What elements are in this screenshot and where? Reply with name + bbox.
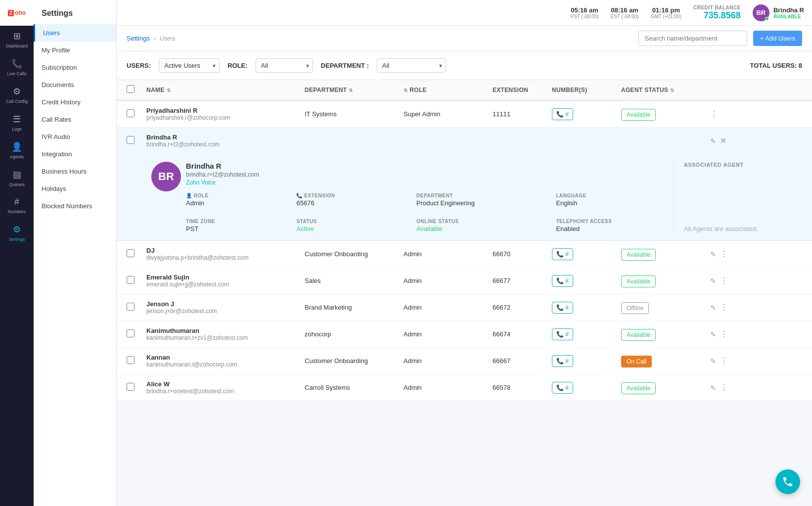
more-options-icon[interactable]: ⋮ bbox=[720, 303, 728, 312]
table-row[interactable]: Jenson J jenson.j+br@zohotest.com Brand … bbox=[117, 294, 812, 321]
nav-item-integration[interactable]: Integration bbox=[34, 145, 116, 163]
expanded-details-grid: 👤 ROLE Admin 📞 EXTENSION 65676 DEPARTMEN… bbox=[186, 193, 674, 232]
table-header-role[interactable]: ⇅ ROLE bbox=[404, 87, 493, 93]
row-checkbox[interactable] bbox=[127, 109, 135, 117]
row-actions: ✎ ⋮ bbox=[710, 356, 740, 366]
row-checkbox[interactable] bbox=[127, 276, 135, 284]
nav-live-calls[interactable]: 📞 Live Calls bbox=[0, 53, 34, 81]
nav-call-config[interactable]: ⚙ Call Config bbox=[0, 81, 34, 109]
user-email: kanimuthumaran.t@zohocorp.com bbox=[146, 361, 305, 368]
edit-icon[interactable]: ✎ bbox=[710, 330, 716, 338]
row-checkbox[interactable] bbox=[127, 356, 135, 364]
edit-icon[interactable]: ✎ bbox=[710, 304, 716, 312]
row-checkbox-col bbox=[127, 329, 146, 339]
main-area: 05:16 am PST (-08:00) 08:16 am EST (-04:… bbox=[117, 0, 812, 506]
detail-language: LANGUAGE English bbox=[556, 193, 674, 207]
dept-filter-select[interactable]: All bbox=[377, 58, 446, 73]
more-options-icon[interactable]: ⋮ bbox=[720, 249, 728, 259]
top-header: 05:16 am PST (-08:00) 08:16 am EST (-04:… bbox=[117, 0, 812, 26]
row-actions: ✎ ✕ bbox=[710, 136, 740, 145]
user-email: divyajyotsna.p+brindha@zohotest.com bbox=[146, 254, 305, 261]
table-row[interactable]: Alice W brindha.r+onetest@zohotest.com C… bbox=[117, 374, 812, 401]
detail-online-status: ONLINE STATUS Available bbox=[416, 219, 536, 232]
user-profile-widget[interactable]: BR Brindha R AVAILABLE bbox=[753, 4, 804, 21]
more-options-icon[interactable]: ⋮ bbox=[710, 109, 718, 119]
table-row[interactable]: Kanimuthumaran kanimuthumaran.t+zv1@zoho… bbox=[117, 321, 812, 348]
edit-icon[interactable]: ✎ bbox=[710, 357, 716, 365]
role-cell: Super Admin bbox=[404, 110, 493, 118]
edit-icon[interactable]: ✎ bbox=[710, 384, 716, 392]
more-options-icon[interactable]: ⋮ bbox=[720, 329, 728, 339]
floating-call-button[interactable] bbox=[775, 469, 800, 494]
edit-icon[interactable]: ✎ bbox=[710, 250, 716, 258]
expanded-user-info: Brindha R brindha.r+t2@zohotest.com Zoho… bbox=[186, 162, 674, 232]
select-all-checkbox[interactable] bbox=[127, 85, 135, 93]
nav-item-business-hours[interactable]: Business Hours bbox=[34, 163, 116, 180]
row-checkbox[interactable] bbox=[127, 383, 135, 391]
user-status-label: AVAILABLE bbox=[773, 14, 804, 19]
ext-cell: 66667 bbox=[493, 357, 552, 365]
call-num-button[interactable]: 📞 # bbox=[552, 355, 573, 367]
role-detail-label: 👤 ROLE bbox=[186, 193, 276, 198]
online-detail-value: Available bbox=[416, 225, 536, 232]
table-row[interactable]: Priyadharshini R priyadharshini.r@zohoco… bbox=[117, 101, 812, 128]
edit-icon[interactable]: ✎ bbox=[710, 277, 716, 285]
nav-queues[interactable]: ▤ Queues bbox=[0, 164, 34, 192]
nav-item-blocked-numbers[interactable]: Blocked Numbers bbox=[34, 197, 116, 215]
call-num-button[interactable]: 📞 # bbox=[552, 382, 573, 394]
nav-agents[interactable]: 👤 Agents bbox=[0, 137, 34, 164]
role-detail-value: Admin bbox=[186, 199, 276, 207]
call-num-button[interactable]: 📞 # bbox=[552, 248, 573, 260]
user-email: emerald.sujin+jj@zohotest.com bbox=[146, 281, 305, 288]
call-num-button[interactable]: 📞 # bbox=[552, 108, 573, 120]
nav-item-users[interactable]: Users bbox=[34, 24, 116, 42]
users-filter-select[interactable]: Active Users All Users Inactive Users bbox=[159, 58, 220, 73]
table-row[interactable]: Emerald Sujin emerald.sujin+jj@zohotest.… bbox=[117, 268, 812, 294]
table-header-department[interactable]: DEPARTMENT ⇅ bbox=[305, 87, 404, 93]
table-row[interactable]: DJ divyajyotsna.p+brindha@zohotest.com C… bbox=[117, 241, 812, 268]
edit-icon[interactable]: ✎ bbox=[710, 137, 716, 145]
row-checkbox[interactable] bbox=[127, 329, 135, 337]
nav-logs[interactable]: ☰ Logs bbox=[0, 109, 34, 137]
row-checkbox[interactable] bbox=[127, 136, 135, 144]
row-checkbox-col bbox=[127, 109, 146, 119]
nav-item-documents[interactable]: Documents bbox=[34, 76, 116, 93]
table-header-name[interactable]: NAME ⇅ bbox=[146, 87, 305, 93]
nav-item-ivr-audio[interactable]: IVR Audio bbox=[34, 128, 116, 145]
close-expanded-icon[interactable]: ✕ bbox=[720, 136, 726, 145]
time-pst-value: 05:16 am bbox=[571, 6, 598, 14]
time-est-zone: EST (-04:00) bbox=[611, 14, 639, 19]
nav-settings[interactable]: ⚙ Settings bbox=[0, 219, 34, 247]
role-filter-select[interactable]: All Admin Super Admin bbox=[256, 58, 313, 73]
row-checkbox[interactable] bbox=[127, 303, 135, 311]
call-num-button[interactable]: 📞 # bbox=[552, 275, 573, 287]
nav-item-subscription[interactable]: Subscription bbox=[34, 59, 116, 76]
breadcrumb-settings-link[interactable]: Settings bbox=[127, 35, 150, 42]
call-num-button[interactable]: 📞 # bbox=[552, 328, 573, 340]
dept-cell: Customer Onboarding bbox=[305, 250, 404, 258]
table-row[interactable]: Kannan kanimuthumaran.t@zohocorp.com Cus… bbox=[117, 348, 812, 374]
logo-oho: oho bbox=[15, 9, 26, 16]
nav-item-credit-history[interactable]: Credit History bbox=[34, 93, 116, 111]
row-checkbox[interactable] bbox=[127, 249, 135, 257]
more-options-icon[interactable]: ⋮ bbox=[720, 276, 728, 285]
more-options-icon[interactable]: ⋮ bbox=[720, 356, 728, 366]
nav-item-my-profile[interactable]: My Profile bbox=[34, 42, 116, 59]
table-row[interactable]: Brindha R brindha.r+t2@zohotest.com ✎ ✕ bbox=[117, 128, 812, 154]
role-cell: Admin bbox=[404, 357, 493, 365]
table-header-agent-status[interactable]: AGENT STATUS ⇅ bbox=[621, 87, 710, 93]
time-gmt: 01:16 pm GMT (+01:00) bbox=[651, 6, 681, 19]
call-num-button[interactable]: 📞 # bbox=[552, 302, 573, 314]
nav-item-call-rates[interactable]: Call Rates bbox=[34, 111, 116, 128]
more-options-icon[interactable]: ⋮ bbox=[720, 383, 728, 392]
user-name-cell: Emerald Sujin emerald.sujin+jj@zohotest.… bbox=[146, 274, 305, 288]
nav-dashboard[interactable]: ⊞ Dashboard bbox=[0, 26, 34, 53]
settings-icon: ⚙ bbox=[13, 224, 21, 235]
nav-item-holidays[interactable]: Holidays bbox=[34, 180, 116, 197]
row-actions: ✎ ⋮ bbox=[710, 249, 740, 259]
nav-numbers[interactable]: # Numbers bbox=[0, 192, 34, 219]
add-users-button[interactable]: + Add Users bbox=[753, 31, 802, 46]
search-input[interactable] bbox=[638, 31, 747, 46]
expanded-zoho-voice-link[interactable]: Zoho Voice bbox=[186, 179, 674, 186]
role-sort-icon-left: ⇅ bbox=[404, 88, 407, 93]
